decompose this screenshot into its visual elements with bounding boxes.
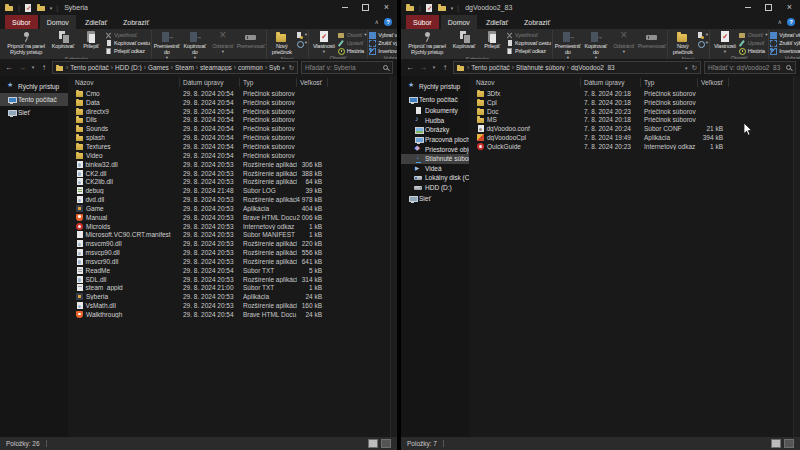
file-row[interactable]: 3Dfx 7. 8. 2024 20:18 Priečinok súborov [473, 89, 800, 98]
search-input[interactable] [305, 64, 382, 71]
easy-access-button[interactable]: ▾ [697, 40, 708, 47]
details-view-button[interactable] [368, 439, 378, 448]
select-all-button[interactable]: Vybrať všetko [369, 32, 397, 39]
properties-button[interactable]: Vlastnosti▾ [310, 30, 338, 54]
copy-button[interactable]: Kopírovať [450, 30, 478, 50]
column-header-type[interactable]: Typ [240, 78, 297, 87]
select-all-button[interactable]: Vybrať všetko [770, 32, 800, 39]
rename-button[interactable]: Premenovať [638, 30, 666, 50]
new-item-button[interactable]: ▾ [697, 32, 708, 39]
qat-customize-caret-icon[interactable]: ▾ [451, 5, 454, 11]
maximize-button[interactable] [758, 0, 779, 15]
edit-button[interactable]: Upraviť [338, 40, 366, 47]
move-to-button[interactable]: Premiestniť do▾ [153, 30, 181, 59]
address-dropdown-icon[interactable]: ▾ [282, 65, 285, 71]
breadcrumb-item[interactable]: Tento počítač [467, 64, 510, 71]
sidebar-item[interactable]: Sieť [0, 106, 68, 119]
sidebar-item[interactable]: HDD (D:) [401, 183, 469, 193]
sidebar-item[interactable]: Dokumenty [401, 106, 469, 116]
tab-file[interactable]: Súbor [5, 15, 38, 29]
scrollbar[interactable] [390, 76, 397, 437]
open-button[interactable]: Otvoriť▾ [739, 32, 767, 39]
collapse-ribbon-icon[interactable]: ∧ [375, 19, 379, 25]
sidebar-item[interactable]: Hudba [401, 116, 469, 126]
column-header-name[interactable]: Názov [473, 78, 581, 87]
file-row[interactable]: Doc 7. 8. 2024 20:23 Priečinok súborov [473, 107, 800, 116]
back-icon[interactable]: ← [4, 64, 14, 72]
refresh-icon[interactable]: ↻ [289, 64, 294, 72]
delete-button[interactable]: Odstrániť▾ [209, 30, 237, 54]
file-row[interactable]: QuickGuide 7. 8. 2024 20:23 Internetový … [473, 142, 800, 151]
recent-locations-icon[interactable]: ▾ [30, 65, 36, 70]
column-header-type[interactable]: Typ [641, 78, 698, 87]
breadcrumb-item[interactable]: Games [144, 64, 169, 71]
file-row[interactable]: SDL.dll 29. 8. 2024 20:53 Rozšírenie apl… [72, 275, 397, 284]
search-box[interactable] [704, 61, 796, 74]
file-row[interactable]: Data 29. 8. 2024 20:54 Priečinok súborov [72, 98, 397, 107]
cut-button[interactable]: Vystrihnúť [506, 32, 551, 39]
paste-shortcut-button[interactable]: Prilepiť odkaz [506, 48, 551, 55]
file-row[interactable]: CK2lib.dll 29. 8. 2024 20:53 Rozšírenie … [72, 177, 397, 186]
open-button[interactable]: Otvoriť▾ [338, 32, 366, 39]
qat-customize-caret-icon[interactable]: ▾ [50, 5, 53, 11]
sidebar-item[interactable]: Obrázky [401, 125, 469, 135]
forward-icon[interactable]: → [418, 64, 428, 72]
delete-button[interactable]: Odstrániť▾ [610, 30, 638, 54]
sidebar-item[interactable]: Stiahnuté súbory [401, 154, 469, 164]
new-folder-button[interactable]: Nový priečinok [669, 30, 697, 56]
file-row[interactable]: Walkthrough 29. 8. 2024 20:54 Brave HTML… [72, 310, 397, 319]
file-row[interactable]: msvcm90.dll 29. 8. 2024 20:53 Rozšírenie… [72, 239, 397, 248]
file-row[interactable]: VsMath.dll 29. 8. 2024 20:53 Rozšírenie … [72, 301, 397, 310]
search-input[interactable] [708, 64, 785, 71]
titlebar[interactable]: | ▾ | Syberia [0, 0, 397, 15]
edit-button[interactable]: Upraviť [739, 40, 767, 47]
forward-icon[interactable]: → [17, 64, 27, 72]
details-view-button[interactable] [771, 439, 781, 448]
qat-new-folder-icon[interactable] [438, 3, 447, 12]
column-header-date[interactable]: Dátum úpravy [180, 78, 240, 87]
address-box[interactable]: Tento počítačHDD (D:)GamesSteamsteamapps… [52, 61, 298, 74]
help-icon[interactable]: ? [787, 18, 795, 26]
large-icons-view-button[interactable] [784, 439, 794, 448]
file-row[interactable]: Syberia 29. 8. 2024 20:53 Aplikácia 24 k… [72, 292, 397, 301]
file-row[interactable]: ReadMe 29. 8. 2024 20:54 Súbor TXT 5 kB [72, 266, 397, 275]
scrollbar[interactable] [793, 76, 800, 437]
tab-file[interactable]: Súbor [406, 15, 439, 29]
file-row[interactable]: Cpl 7. 8. 2024 20:18 Priečinok súborov [473, 98, 800, 107]
paste-button[interactable]: Prilepiť [478, 30, 506, 50]
rename-button[interactable]: Premenovať [237, 30, 265, 50]
address-dropdown-icon[interactable]: ▾ [685, 65, 688, 71]
file-row[interactable]: binkw32.dll 29. 8. 2024 20:53 Rozšírenie… [72, 160, 397, 169]
file-row[interactable]: msvcp90.dll 29. 8. 2024 20:53 Rozšírenie… [72, 248, 397, 257]
breadcrumb-item[interactable]: Syberia [265, 64, 280, 71]
file-row[interactable]: Microids 29. 8. 2024 20:53 Internetový o… [72, 222, 397, 231]
column-header-name[interactable]: Názov [72, 78, 180, 87]
copy-button[interactable]: Kopírovať [49, 30, 77, 50]
breadcrumb-item[interactable]: HDD (D:) [111, 64, 142, 71]
qat-properties-icon[interactable] [425, 3, 434, 12]
qat-properties-icon[interactable] [24, 3, 33, 12]
file-row[interactable]: Cmo 29. 8. 2024 20:54 Priečinok súborov [72, 89, 397, 98]
sidebar-item[interactable]: Videá [401, 164, 469, 174]
pin-to-quick-access-button[interactable]: Pripnúť na panel Rýchly prístup [404, 30, 450, 56]
breadcrumb-item[interactable]: Tento počítač [66, 64, 109, 71]
breadcrumb-item[interactable]: Stiahnuté súbory [512, 64, 565, 71]
recent-locations-icon[interactable]: ▾ [431, 65, 437, 70]
maximize-button[interactable] [355, 0, 376, 15]
sidebar-item[interactable]: Priestorové objekty [401, 144, 469, 154]
file-row[interactable]: Sounds 29. 8. 2024 20:54 Priečinok súbor… [72, 124, 397, 133]
file-row[interactable]: Manual 29. 8. 2024 20:53 Brave HTML Docu… [72, 213, 397, 222]
search-box[interactable] [301, 61, 393, 74]
file-row[interactable]: msvcr90.dll 29. 8. 2024 20:53 Rozšírenie… [72, 257, 397, 266]
titlebar[interactable]: | ▾ | dgVoodoo2_83 [401, 0, 800, 15]
tab-home[interactable]: Domov [441, 15, 477, 29]
tab-share[interactable]: Zdieľať [78, 15, 114, 29]
breadcrumb-item[interactable]: dgVoodoo2_83 [567, 64, 615, 71]
refresh-icon[interactable]: ↻ [692, 64, 697, 72]
qat-new-folder-icon[interactable] [37, 3, 46, 12]
sidebar-item[interactable]: Tento počítač [0, 93, 68, 106]
file-row[interactable]: Game 29. 8. 2024 20:53 Aplikácia 404 kB [72, 204, 397, 213]
easy-access-button[interactable]: ▾ [296, 40, 307, 47]
sidebar-item[interactable]: Pracovná plocha [401, 135, 469, 145]
sidebar-item[interactable]: Sieť [401, 192, 469, 205]
